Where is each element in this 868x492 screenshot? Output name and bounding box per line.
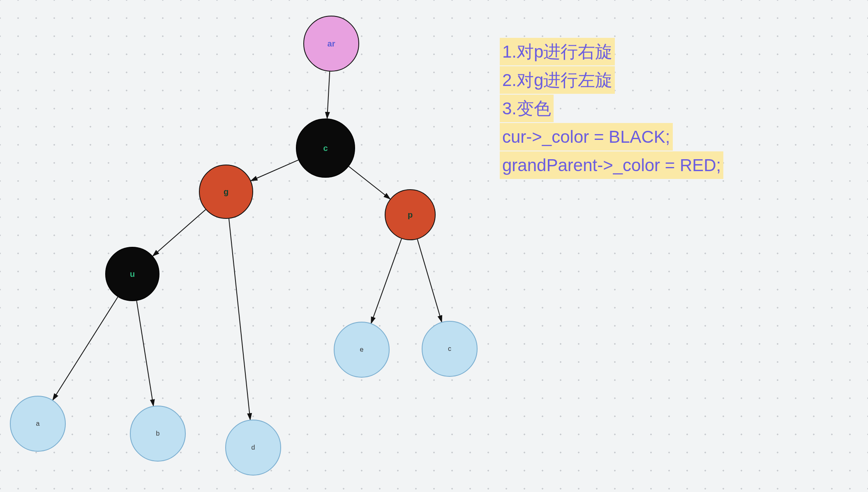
step-3: 3.变色 <box>500 95 554 122</box>
node-label: u <box>130 269 135 279</box>
edge-g-u <box>153 210 206 256</box>
node-p[interactable]: p <box>385 189 436 240</box>
node-e[interactable]: e <box>334 322 390 378</box>
node-u[interactable]: u <box>105 247 159 301</box>
node-label: a <box>36 420 40 427</box>
edge-c-p <box>349 167 390 199</box>
edge-u-b <box>136 301 153 406</box>
node-label: g <box>224 187 229 197</box>
edge-ar-c <box>327 72 330 118</box>
edges-layer <box>0 0 868 492</box>
node-label: d <box>252 444 255 451</box>
node-g[interactable]: g <box>199 165 253 219</box>
diagram-canvas[interactable]: arcgpuabdec 1.对p进行右旋 2.对g进行左旋 3.变色 cur->… <box>0 0 868 492</box>
node-label: p <box>408 210 413 220</box>
node-label: ar <box>328 39 335 49</box>
node-b[interactable]: b <box>130 406 186 462</box>
node-a[interactable]: a <box>10 396 66 452</box>
edge-g-d <box>229 219 250 420</box>
node-label: c <box>323 144 328 153</box>
edge-c-g <box>251 160 298 181</box>
node-label: c <box>448 345 451 353</box>
node-c2[interactable]: c <box>422 321 478 377</box>
node-ar[interactable]: ar <box>303 16 359 72</box>
node-c[interactable]: c <box>296 118 355 178</box>
edge-p-e <box>371 239 402 323</box>
node-label: b <box>156 430 160 437</box>
step-2: 2.对g进行左旋 <box>500 66 615 94</box>
edge-u-a <box>53 297 118 400</box>
edge-p-c2 <box>418 239 442 322</box>
step-4: cur->_color = BLACK; <box>500 123 673 151</box>
step-5: grandParent->_color = RED; <box>500 151 723 179</box>
steps-panel: 1.对p进行右旋 2.对g进行左旋 3.变色 cur->_color = BLA… <box>500 38 723 180</box>
node-d[interactable]: d <box>225 420 281 476</box>
step-1: 1.对p进行右旋 <box>500 38 615 65</box>
node-label: e <box>360 346 364 353</box>
